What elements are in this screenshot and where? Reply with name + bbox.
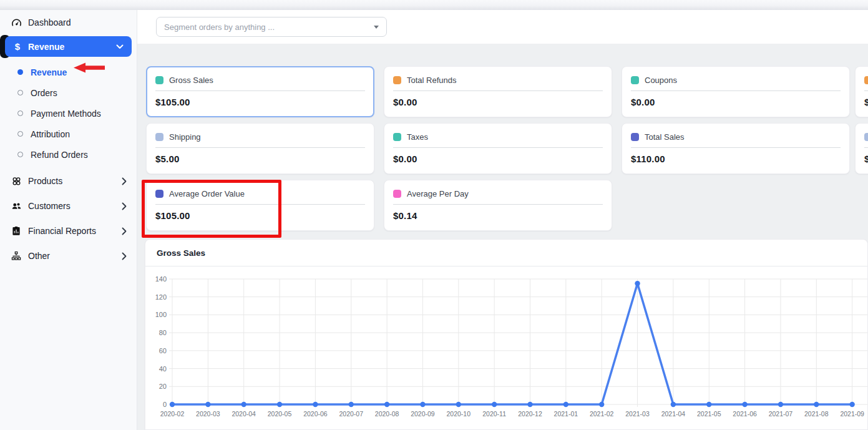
sidebar-item-label: Customers: [28, 201, 71, 211]
metric-swatch-icon: [393, 190, 401, 198]
svg-text:2020-09: 2020-09: [411, 410, 435, 418]
metric-card-value: $0.00: [393, 154, 603, 164]
card-divider: [155, 90, 365, 91]
metric-card-header: Total Sales: [631, 130, 841, 143]
metric-swatch-icon: [631, 76, 639, 84]
sidebar-item-dashboard[interactable]: Dashboard: [5, 14, 132, 31]
svg-text:100: 100: [155, 311, 167, 318]
segment-input-placeholder: Segment orders by anything ...: [164, 22, 275, 32]
svg-text:2021-06: 2021-06: [733, 410, 757, 418]
card-divider: [393, 204, 603, 205]
metric-card-header: Shipping: [155, 130, 365, 143]
sidebar-item-products[interactable]: Products: [5, 169, 132, 193]
svg-text:2020-08: 2020-08: [375, 410, 399, 418]
card-divider: [155, 147, 365, 148]
metric-cards-grid: Gross Sales$105.00Total Refunds$0.00Coup…: [146, 66, 850, 231]
gauge-icon: [10, 16, 22, 29]
active-bullet-icon: [17, 69, 23, 75]
metric-card-header: Average Per Day: [393, 187, 603, 200]
metric-card-value: $0.00: [393, 97, 603, 107]
sidebar-subitem-revenue[interactable]: Revenue: [0, 62, 137, 82]
sidebar-item-label: Other: [28, 251, 50, 261]
metric-card-header: Average Order Value: [155, 187, 365, 200]
sidebar-subitem-label: Attribution: [31, 129, 70, 139]
metric-card-value: $0.00: [631, 97, 841, 107]
chevron-right-icon: [122, 202, 127, 210]
card-divider: [864, 90, 868, 91]
metric-card-header: Total Refunds: [393, 74, 603, 86]
svg-text:80: 80: [159, 329, 167, 336]
sidebar: Dashboard$RevenueRevenueOrdersPayment Me…: [0, 10, 137, 430]
sidebar-item-label: Dashboard: [28, 17, 71, 27]
metric-card-gross-sales[interactable]: Gross Sales$105.00: [146, 66, 374, 117]
sidebar-item-other[interactable]: Other: [5, 243, 132, 268]
svg-text:2020-12: 2020-12: [518, 410, 542, 418]
card-divider: [631, 147, 841, 148]
metric-card-partial[interactable]: $: [855, 123, 868, 174]
sidebar-item-label: Revenue: [28, 42, 64, 52]
metric-card-label: Total Sales: [645, 132, 685, 142]
card-divider: [393, 147, 603, 148]
svg-text:2020-05: 2020-05: [268, 410, 292, 418]
chevron-right-icon: [122, 177, 127, 185]
metric-card-label: Average Order Value: [169, 189, 245, 198]
metric-card-header: Gross Sales: [155, 74, 365, 86]
revenue-sub-list: RevenueOrdersPayment MethodsAttributionR…: [0, 57, 137, 169]
metric-card-average-per-day[interactable]: Average Per Day$0.14: [384, 180, 612, 231]
svg-text:20: 20: [159, 383, 167, 390]
metric-card-header: [864, 130, 868, 143]
metric-card-value: $110.00: [631, 154, 841, 164]
svg-text:2020-07: 2020-07: [339, 410, 363, 418]
metric-card-shipping[interactable]: Shipping$5.00: [146, 123, 374, 174]
svg-text:0: 0: [163, 401, 167, 408]
svg-text:2021-07: 2021-07: [769, 410, 793, 418]
metric-swatch-icon: [155, 190, 163, 198]
metric-card-header: Taxes: [393, 130, 603, 143]
svg-text:60: 60: [159, 347, 167, 354]
sidebar-item-financial-reports[interactable]: Financial Reports: [5, 218, 132, 243]
svg-text:2021-03: 2021-03: [625, 410, 650, 418]
gross-sales-line-chart: 0204060801001201402020-022020-032020-042…: [145, 240, 867, 429]
metric-card-header: [864, 74, 868, 86]
sidebar-subitem-refund-orders[interactable]: Refund Orders: [0, 144, 137, 165]
caret-down-icon: [374, 26, 379, 29]
metric-card-value: $105.00: [155, 97, 365, 107]
card-divider: [864, 147, 868, 148]
metric-card-total-sales[interactable]: Total Sales$110.00: [622, 123, 850, 174]
metric-card-total-refunds[interactable]: Total Refunds$0.00: [384, 66, 612, 117]
metric-card-label: Average Per Day: [407, 189, 469, 198]
metric-card-label: Coupons: [645, 76, 677, 85]
sidebar-item-customers[interactable]: Customers: [5, 193, 132, 218]
sidebar-subitem-label: Payment Methods: [31, 109, 101, 119]
svg-text:2021-09: 2021-09: [840, 410, 864, 418]
svg-text:2021-04: 2021-04: [661, 410, 686, 418]
bullet-icon: [17, 152, 23, 157]
svg-text:40: 40: [159, 365, 167, 373]
sidebar-subitem-orders[interactable]: Orders: [0, 82, 137, 103]
svg-text:2021-02: 2021-02: [590, 410, 614, 418]
metric-card-taxes[interactable]: Taxes$0.00: [384, 123, 612, 174]
card-divider: [155, 204, 365, 205]
metric-card-average-order-value[interactable]: Average Order Value$105.00: [146, 180, 374, 231]
svg-text:2020-02: 2020-02: [160, 410, 185, 418]
sidebar-subitem-payment-methods[interactable]: Payment Methods: [0, 103, 137, 124]
sidebar-subitem-attribution[interactable]: Attribution: [0, 124, 137, 144]
metric-swatch-icon: [864, 133, 868, 141]
metric-card-partial[interactable]: $: [855, 66, 868, 117]
metric-swatch-icon: [393, 76, 401, 84]
segment-orders-input[interactable]: Segment orders by anything ...: [156, 17, 387, 37]
metric-card-label: Gross Sales: [169, 76, 213, 85]
metric-swatch-icon: [631, 133, 639, 141]
top-gradient-strip: [0, 0, 868, 10]
products-icon: [10, 175, 22, 187]
metric-card-value: $5.00: [155, 154, 365, 164]
card-divider: [631, 90, 841, 91]
metric-card-label: Taxes: [407, 132, 428, 142]
sidebar-item-revenue[interactable]: $Revenue: [5, 36, 132, 57]
metric-card-header: Coupons: [631, 74, 841, 86]
svg-text:120: 120: [155, 293, 167, 301]
metric-card-coupons[interactable]: Coupons$0.00: [622, 66, 850, 117]
content-header: Segment orders by anything ...: [137, 10, 868, 44]
metric-swatch-icon: [393, 133, 401, 141]
svg-text:2020-10: 2020-10: [447, 410, 471, 418]
